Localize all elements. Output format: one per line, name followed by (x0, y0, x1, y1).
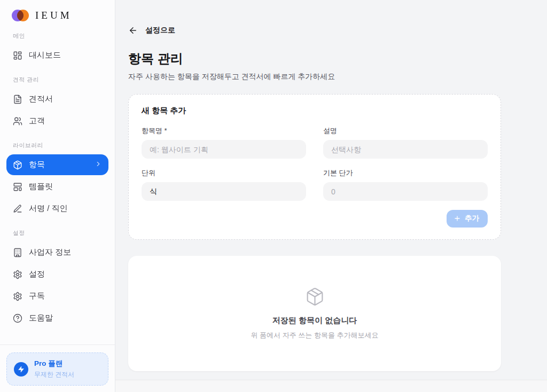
item-name-label: 항목명 * (142, 126, 306, 136)
add-item-form-card: 새 항목 추가 항목명 * 설명 단위 기본 단가 (128, 94, 501, 240)
users-icon (13, 116, 22, 126)
description-label: 설명 (323, 126, 488, 136)
sidebar-item-items[interactable]: 항목 (6, 154, 108, 175)
sidebar: IEUM 메인 대시보드 견적 관리 견적서 항목 고객 라이브러리 항목 템플 (0, 0, 115, 392)
sidebar-item-label: 도움말 (29, 313, 53, 323)
nav-section-main: 메인 (6, 22, 108, 44)
sidebar-footer: Pro 플랜 무제한 견적서 (0, 344, 115, 386)
saved-items-empty-state: 저장된 항목이 없습니다 위 폼에서 자주 쓰는 항목을 추가해보세요 (128, 256, 501, 371)
back-label: 설정으로 (145, 26, 175, 35)
sidebar-item-label: 항목 (29, 160, 45, 170)
gear-icon (13, 292, 22, 301)
main-content: 설정으로 항목 관리 자주 사용하는 항목을 저장해두고 견적서에 빠르게 추가… (115, 0, 547, 371)
sidebar-item-business-info[interactable]: 사업자 정보 (6, 242, 108, 263)
app-logo[interactable]: IEUM (6, 7, 108, 22)
plan-info: Pro 플랜 무제한 견적서 (34, 359, 74, 379)
empty-state-title: 저장된 항목이 없습니다 (272, 316, 357, 326)
plan-title: Pro 플랜 (34, 359, 74, 369)
sidebar-item-quotes[interactable]: 견적서 (6, 89, 108, 109)
description-input[interactable] (323, 140, 488, 159)
add-item-button[interactable]: 추가 (447, 210, 488, 228)
nav-section-quotes: 견적 관리 (6, 66, 108, 88)
dashboard-icon (13, 51, 22, 60)
chevron-right-icon (95, 160, 102, 169)
plus-icon (454, 215, 461, 222)
package-icon (13, 160, 22, 170)
field-base-price: 기본 단가 (323, 168, 488, 201)
sidebar-item-templates[interactable]: 템플릿 (6, 176, 108, 197)
document-icon (13, 95, 22, 104)
form-title: 새 항목 추가 (142, 106, 488, 116)
building-icon (13, 248, 22, 257)
pen-icon (13, 204, 22, 214)
unit-label: 단위 (142, 168, 306, 178)
nav-section-library: 라이브러리 (6, 132, 108, 154)
sidebar-item-dashboard[interactable]: 대시보드 (6, 45, 108, 66)
sidebar-item-label: 구독 (29, 291, 45, 301)
field-description: 설명 (323, 126, 488, 159)
plan-subtitle: 무제한 견적서 (34, 370, 74, 379)
add-button-label: 추가 (465, 214, 479, 223)
logo-text: IEUM (35, 10, 72, 21)
arrow-left-icon (128, 26, 138, 35)
sidebar-item-label: 사업자 정보 (29, 247, 71, 257)
nav-section-settings: 설정 (6, 219, 108, 241)
back-to-settings-button[interactable]: 설정으로 (128, 25, 175, 36)
empty-state-subtitle: 위 폼에서 자주 쓰는 항목을 추가해보세요 (251, 331, 378, 340)
sidebar-item-label: 고객 (29, 116, 45, 126)
template-icon (13, 182, 22, 192)
bottom-divider (115, 380, 547, 392)
sidebar-item-subscription[interactable]: 구독 (6, 286, 108, 307)
base-price-input[interactable] (323, 182, 488, 201)
unit-input[interactable] (142, 182, 306, 201)
item-name-input[interactable] (142, 140, 306, 159)
field-item-name: 항목명 * (142, 126, 306, 159)
field-unit: 단위 (142, 168, 306, 201)
sidebar-item-help[interactable]: 도움말 (6, 308, 108, 328)
sidebar-item-label: 대시보드 (29, 50, 61, 60)
pro-plan-card[interactable]: Pro 플랜 무제한 견적서 (6, 352, 108, 386)
sidebar-item-label: 서명 / 직인 (29, 203, 68, 214)
logo-icon (12, 10, 29, 21)
base-price-label: 기본 단가 (323, 168, 488, 178)
gear-icon (13, 270, 22, 279)
sidebar-item-label: 견적서 (29, 94, 53, 104)
help-icon (13, 313, 22, 323)
page-title: 항목 관리 (128, 50, 501, 67)
sidebar-item-label: 템플릿 (29, 182, 53, 192)
sidebar-item-signature[interactable]: 서명 / 직인 (6, 198, 108, 219)
zap-icon (14, 362, 28, 377)
sidebar-nav: 메인 대시보드 견적 관리 견적서 항목 고객 라이브러리 항목 템플릿 (6, 22, 108, 329)
sidebar-item-label: 설정 (29, 269, 45, 279)
page-subtitle: 자주 사용하는 항목을 저장해두고 견적서에 빠르게 추가하세요 (128, 72, 501, 82)
sidebar-item-customers[interactable]: 항목 고객 (6, 111, 108, 131)
package-icon (305, 287, 325, 307)
sidebar-item-settings[interactable]: 설정 (6, 264, 108, 285)
